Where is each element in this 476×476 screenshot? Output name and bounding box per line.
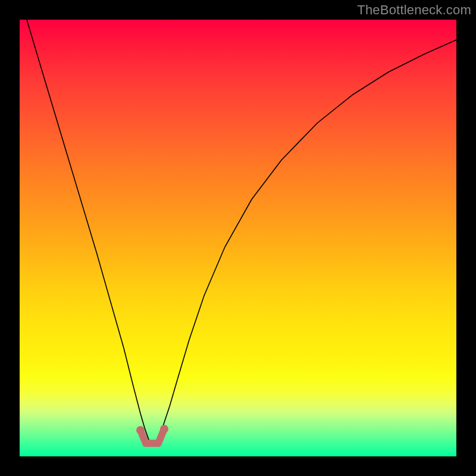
watermark-text: TheBottleneck.com <box>357 2 471 18</box>
bottleneck-curve <box>27 20 456 444</box>
chart-frame: TheBottleneck.com <box>0 0 476 476</box>
marker-dot <box>136 426 145 434</box>
chart-svg <box>20 20 456 456</box>
plot-area <box>20 20 456 456</box>
marker-dot <box>160 425 168 433</box>
minimum-marker <box>136 425 168 443</box>
